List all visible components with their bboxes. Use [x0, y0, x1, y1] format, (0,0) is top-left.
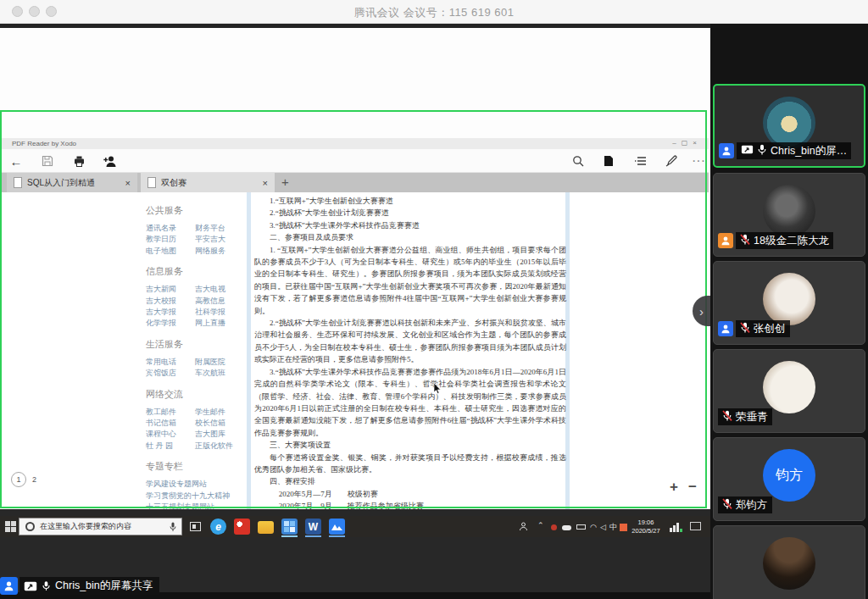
portal-link[interactable]: 化学学报 — [146, 318, 195, 329]
portal-section-title: 生活服务 — [146, 338, 244, 351]
mic-icon — [42, 580, 51, 591]
pen-icon[interactable] — [664, 153, 679, 169]
zoom-in-button[interactable]: + — [670, 479, 678, 496]
portal-link[interactable]: 平安吉大 — [195, 234, 244, 245]
tray-expand-icon[interactable]: ⌃ — [537, 521, 544, 530]
document-icon — [147, 177, 156, 188]
save-icon[interactable] — [40, 153, 55, 169]
tray-meter-icon[interactable] — [670, 522, 683, 532]
participant-tile[interactable] — [713, 525, 865, 599]
participant-tile[interactable]: 荣垂青 — [713, 349, 865, 433]
portal-link[interactable]: 书记信箱 — [146, 418, 195, 429]
pdf-window-controls[interactable]: –▢× — [672, 139, 702, 147]
red-browser-icon[interactable] — [234, 519, 250, 535]
portal-sidebar: 公共服务通讯名录财务平台教学日历平安吉大电子地图网络服务信息服务吉大新闻吉大电视… — [146, 196, 244, 524]
mic-muted-icon — [740, 322, 750, 336]
portal-link-row: 吉大新闻吉大电视 — [146, 284, 244, 295]
outline-icon[interactable] — [632, 153, 648, 169]
tab-close-icon[interactable]: × — [125, 178, 131, 188]
document-paragraph: 2020年5月—7月 校级初赛 — [254, 488, 566, 500]
xodo-pdf-icon[interactable] — [281, 519, 298, 535]
page-number-next[interactable]: 2 — [32, 475, 36, 484]
tab-sql[interactable]: SQL从入门到精通 × — [7, 173, 137, 192]
portal-link[interactable]: 通讯名录 — [146, 223, 195, 234]
portal-link[interactable]: 网络服务 — [195, 246, 244, 257]
tray-battery-icon[interactable] — [576, 524, 586, 530]
search-mic-icon[interactable] — [170, 522, 176, 532]
portal-link-row: 教工邮件学生邮件 — [146, 407, 244, 418]
portal-link[interactable]: 附属医院 — [195, 357, 244, 368]
taskbar-search[interactable]: 在这里输入你要搜索的内容 — [19, 518, 182, 535]
pdf-document-area[interactable]: 公共服务通讯名录财务平台教学日历平安吉大电子地图网络服务信息服务吉大新闻吉大电视… — [0, 192, 709, 537]
participant-tile[interactable]: 张创创 — [713, 261, 865, 345]
back-icon[interactable]: ← — [8, 153, 24, 169]
portal-link[interactable]: 宾馆饭店 — [146, 368, 195, 379]
print-icon[interactable] — [71, 153, 86, 169]
zoom-out-button[interactable]: − — [688, 479, 697, 496]
portal-link[interactable]: 社科学报 — [195, 307, 244, 318]
portal-link[interactable]: 吉大学报 — [146, 307, 195, 318]
shared-desktop: PDF Reader by Xodo –▢× ← — [0, 28, 710, 509]
portal-link[interactable]: 学习贯彻党的十九大精神 — [146, 491, 244, 502]
page-icon[interactable] — [601, 153, 616, 169]
tray-network-icon[interactable]: ◠ — [590, 523, 597, 531]
participant-namebar: Chris_bin的屏… — [719, 142, 851, 159]
portal-link[interactable]: 吉大新闻 — [146, 284, 195, 295]
portal-link[interactable]: 财务平台 — [195, 223, 244, 234]
portal-link-row: 宾馆饭店车次航班 — [146, 368, 244, 379]
tray-volume-icon[interactable]: ◁ — [600, 523, 606, 531]
tray-orange-icon[interactable] — [620, 524, 627, 531]
portal-link[interactable]: 教工邮件 — [146, 407, 195, 418]
taskbar-clock[interactable]: 19:06 2020/5/27 — [629, 519, 663, 535]
titlebar: 腾讯会议 会议号：115 619 601 — [0, 0, 868, 24]
portal-link[interactable]: 校长信箱 — [195, 418, 244, 429]
avatar — [763, 361, 815, 413]
file-explorer-icon[interactable] — [258, 521, 274, 534]
portal-link[interactable]: 正版化软件 — [195, 441, 244, 452]
portal-link[interactable]: 网上直播 — [195, 318, 244, 329]
participant-tile[interactable]: 18级金二陈大龙 — [713, 173, 865, 257]
portal-link[interactable]: 牡 丹 园 — [146, 441, 195, 452]
add-person-icon[interactable] — [103, 153, 118, 169]
tray-cloud-icon[interactable] — [562, 525, 571, 530]
page-number-bubble[interactable]: 1 — [11, 472, 26, 487]
portal-link[interactable]: 课程中心 — [146, 429, 195, 440]
portal-link-row: 通讯名录财务平台 — [146, 223, 244, 234]
portal-link[interactable]: 高教信息 — [195, 296, 244, 307]
participant-namebar: 张创创 — [718, 320, 790, 337]
portal-link[interactable]: 学生邮件 — [195, 407, 244, 418]
word-icon[interactable]: W — [305, 519, 321, 535]
portal-link[interactable]: 教学日历 — [146, 234, 195, 245]
screen-share-icon — [741, 145, 754, 157]
participant-tile[interactable]: Chris_bin的屏… — [713, 84, 865, 168]
search-icon[interactable] — [570, 153, 586, 169]
tab-shuangchuangsai[interactable]: 双创赛 × — [141, 173, 275, 192]
blue-app-icon[interactable] — [329, 519, 345, 535]
tray-people-icon[interactable] — [519, 522, 528, 531]
edge-icon[interactable]: e — [210, 519, 226, 535]
clock-time: 19:06 — [629, 519, 663, 527]
mic-muted-icon — [722, 498, 732, 512]
task-view-icon[interactable] — [190, 522, 201, 531]
tray-red-icon[interactable] — [551, 524, 557, 530]
start-button-icon[interactable] — [5, 521, 16, 532]
pdf-titlebar[interactable]: PDF Reader by Xodo –▢× — [0, 138, 709, 149]
tab-label: 双创赛 — [161, 177, 186, 189]
windows-taskbar: 在这里输入你要搜索的内容 e W ⌃ ◠ ◁ 中 — [0, 516, 710, 537]
more-icon[interactable]: ··· — [691, 153, 706, 169]
ime-indicator[interactable]: 中 — [609, 522, 617, 533]
participant-name: 张创创 — [754, 322, 786, 336]
participant-tile[interactable]: 钧方郑钧方 — [713, 437, 865, 521]
portal-link[interactable]: 车次航班 — [195, 368, 244, 379]
document-paragraph: 1.“互联网+”大学生创新创业大赛赛道 — [254, 195, 566, 207]
portal-link[interactable]: 吉大图库 — [195, 429, 244, 440]
portal-link[interactable]: 吉大校报 — [146, 296, 195, 307]
portal-link[interactable]: 学风建设专题网站 — [146, 479, 244, 490]
portal-link[interactable]: 电子地图 — [146, 246, 195, 257]
show-desktop-icon[interactable] — [690, 522, 701, 530]
new-tab-button[interactable]: + — [281, 175, 289, 189]
portal-link[interactable]: 吉大电视 — [195, 284, 244, 295]
tab-close-icon[interactable]: × — [263, 178, 268, 188]
meeting-title: 腾讯会议 会议号：115 619 601 — [0, 5, 868, 20]
portal-link[interactable]: 常用电话 — [146, 357, 195, 368]
